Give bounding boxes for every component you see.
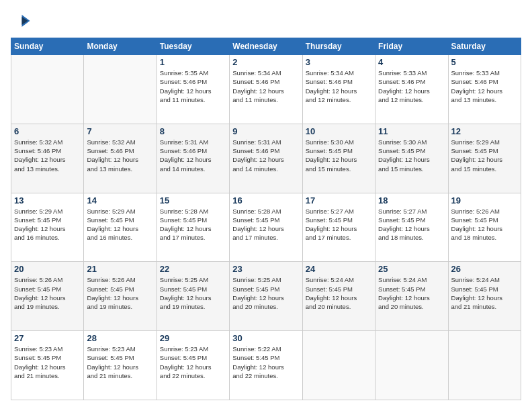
calendar-cell: [302, 331, 375, 400]
calendar-cell: 3Sunrise: 5:34 AM Sunset: 5:46 PM Daylig…: [302, 55, 375, 124]
day-detail: Sunrise: 5:29 AM Sunset: 5:45 PM Dayligh…: [14, 207, 81, 242]
calendar-cell: 22Sunrise: 5:25 AM Sunset: 5:45 PM Dayli…: [157, 262, 229, 331]
calendar-table: SundayMondayTuesdayWednesdayThursdayFrid…: [11, 38, 521, 400]
day-detail: Sunrise: 5:28 AM Sunset: 5:45 PM Dayligh…: [232, 207, 299, 242]
day-number: 12: [451, 126, 518, 136]
day-detail: Sunrise: 5:24 AM Sunset: 5:45 PM Dayligh…: [306, 275, 372, 311]
day-number: 19: [451, 195, 518, 205]
day-number: 3: [306, 57, 372, 67]
day-number: 16: [232, 195, 299, 205]
day-detail: Sunrise: 5:23 AM Sunset: 5:45 PM Dayligh…: [160, 345, 226, 380]
calendar-cell: 24Sunrise: 5:24 AM Sunset: 5:45 PM Dayli…: [302, 262, 375, 331]
day-detail: Sunrise: 5:32 AM Sunset: 5:46 PM Dayligh…: [87, 138, 153, 173]
day-detail: Sunrise: 5:31 AM Sunset: 5:46 PM Dayligh…: [160, 138, 226, 173]
calendar-cell: 11Sunrise: 5:30 AM Sunset: 5:45 PM Dayli…: [375, 124, 448, 193]
calendar-header-row: SundayMondayTuesdayWednesdayThursdayFrid…: [11, 38, 521, 55]
weekday-header: Tuesday: [157, 38, 229, 55]
day-detail: Sunrise: 5:26 AM Sunset: 5:45 PM Dayligh…: [87, 275, 153, 311]
page: SundayMondayTuesdayWednesdayThursdayFrid…: [0, 0, 532, 411]
calendar-cell: 30Sunrise: 5:22 AM Sunset: 5:45 PM Dayli…: [230, 331, 302, 400]
day-detail: Sunrise: 5:27 AM Sunset: 5:45 PM Dayligh…: [306, 207, 372, 242]
day-detail: Sunrise: 5:33 AM Sunset: 5:46 PM Dayligh…: [378, 68, 445, 104]
day-detail: Sunrise: 5:30 AM Sunset: 5:45 PM Dayligh…: [306, 138, 372, 173]
calendar-cell: [11, 55, 84, 124]
day-number: 21: [87, 264, 153, 274]
day-number: 5: [451, 57, 518, 67]
calendar-cell: 7Sunrise: 5:32 AM Sunset: 5:46 PM Daylig…: [84, 124, 157, 193]
day-number: 18: [378, 195, 445, 205]
day-detail: Sunrise: 5:27 AM Sunset: 5:45 PM Dayligh…: [378, 207, 445, 242]
header: [11, 11, 521, 31]
day-number: 13: [14, 195, 81, 205]
calendar-cell: [84, 55, 157, 124]
calendar-cell: 10Sunrise: 5:30 AM Sunset: 5:45 PM Dayli…: [302, 124, 375, 193]
calendar-week-row: 1Sunrise: 5:35 AM Sunset: 5:46 PM Daylig…: [11, 55, 521, 124]
day-number: 29: [160, 333, 226, 343]
calendar-week-row: 20Sunrise: 5:26 AM Sunset: 5:45 PM Dayli…: [11, 262, 521, 331]
day-detail: Sunrise: 5:29 AM Sunset: 5:45 PM Dayligh…: [87, 207, 153, 242]
day-number: 1: [160, 57, 226, 67]
calendar-cell: 2Sunrise: 5:34 AM Sunset: 5:46 PM Daylig…: [230, 55, 302, 124]
day-detail: Sunrise: 5:31 AM Sunset: 5:46 PM Dayligh…: [232, 138, 299, 173]
calendar-cell: 29Sunrise: 5:23 AM Sunset: 5:45 PM Dayli…: [157, 331, 229, 400]
calendar-week-row: 13Sunrise: 5:29 AM Sunset: 5:45 PM Dayli…: [11, 193, 521, 262]
calendar-cell: 1Sunrise: 5:35 AM Sunset: 5:46 PM Daylig…: [157, 55, 229, 124]
day-number: 24: [306, 264, 372, 274]
day-number: 6: [14, 126, 81, 136]
calendar-cell: [375, 331, 448, 400]
calendar-cell: [448, 331, 521, 400]
calendar-cell: 21Sunrise: 5:26 AM Sunset: 5:45 PM Dayli…: [84, 262, 157, 331]
day-detail: Sunrise: 5:33 AM Sunset: 5:46 PM Dayligh…: [451, 68, 518, 104]
day-detail: Sunrise: 5:30 AM Sunset: 5:45 PM Dayligh…: [378, 138, 445, 173]
day-detail: Sunrise: 5:35 AM Sunset: 5:46 PM Dayligh…: [160, 68, 226, 104]
day-detail: Sunrise: 5:29 AM Sunset: 5:45 PM Dayligh…: [451, 138, 518, 173]
weekday-header: Monday: [84, 38, 157, 55]
day-detail: Sunrise: 5:25 AM Sunset: 5:45 PM Dayligh…: [232, 275, 299, 311]
calendar-cell: 12Sunrise: 5:29 AM Sunset: 5:45 PM Dayli…: [448, 124, 521, 193]
calendar-week-row: 27Sunrise: 5:23 AM Sunset: 5:45 PM Dayli…: [11, 331, 521, 400]
weekday-header: Friday: [375, 38, 448, 55]
calendar-cell: 13Sunrise: 5:29 AM Sunset: 5:45 PM Dayli…: [11, 193, 84, 262]
weekday-header: Wednesday: [230, 38, 302, 55]
day-detail: Sunrise: 5:28 AM Sunset: 5:45 PM Dayligh…: [160, 207, 226, 242]
logo: [11, 11, 34, 31]
day-number: 26: [451, 264, 518, 274]
logo-icon: [11, 11, 31, 31]
day-detail: Sunrise: 5:26 AM Sunset: 5:45 PM Dayligh…: [451, 207, 518, 242]
calendar-cell: 15Sunrise: 5:28 AM Sunset: 5:45 PM Dayli…: [157, 193, 229, 262]
day-detail: Sunrise: 5:23 AM Sunset: 5:45 PM Dayligh…: [14, 345, 81, 380]
calendar-cell: 18Sunrise: 5:27 AM Sunset: 5:45 PM Dayli…: [375, 193, 448, 262]
weekday-header: Thursday: [302, 38, 375, 55]
calendar-cell: 25Sunrise: 5:24 AM Sunset: 5:45 PM Dayli…: [375, 262, 448, 331]
day-number: 14: [87, 195, 153, 205]
day-detail: Sunrise: 5:34 AM Sunset: 5:46 PM Dayligh…: [306, 68, 372, 104]
day-number: 10: [306, 126, 372, 136]
day-number: 27: [14, 333, 81, 343]
calendar-cell: 26Sunrise: 5:24 AM Sunset: 5:45 PM Dayli…: [448, 262, 521, 331]
day-number: 20: [14, 264, 81, 274]
day-detail: Sunrise: 5:25 AM Sunset: 5:45 PM Dayligh…: [160, 275, 226, 311]
day-number: 23: [232, 264, 299, 274]
day-detail: Sunrise: 5:22 AM Sunset: 5:45 PM Dayligh…: [232, 345, 299, 380]
calendar-cell: 19Sunrise: 5:26 AM Sunset: 5:45 PM Dayli…: [448, 193, 521, 262]
day-detail: Sunrise: 5:24 AM Sunset: 5:45 PM Dayligh…: [378, 275, 445, 311]
calendar-cell: 9Sunrise: 5:31 AM Sunset: 5:46 PM Daylig…: [230, 124, 302, 193]
day-number: 2: [232, 57, 299, 67]
calendar-cell: 17Sunrise: 5:27 AM Sunset: 5:45 PM Dayli…: [302, 193, 375, 262]
weekday-header: Saturday: [448, 38, 521, 55]
day-number: 9: [232, 126, 299, 136]
day-number: 8: [160, 126, 226, 136]
day-detail: Sunrise: 5:32 AM Sunset: 5:46 PM Dayligh…: [14, 138, 81, 173]
day-number: 7: [87, 126, 153, 136]
day-detail: Sunrise: 5:23 AM Sunset: 5:45 PM Dayligh…: [87, 345, 153, 380]
calendar-cell: 23Sunrise: 5:25 AM Sunset: 5:45 PM Dayli…: [230, 262, 302, 331]
day-number: 25: [378, 264, 445, 274]
day-number: 15: [160, 195, 226, 205]
calendar-week-row: 6Sunrise: 5:32 AM Sunset: 5:46 PM Daylig…: [11, 124, 521, 193]
calendar-cell: 6Sunrise: 5:32 AM Sunset: 5:46 PM Daylig…: [11, 124, 84, 193]
calendar-cell: 28Sunrise: 5:23 AM Sunset: 5:45 PM Dayli…: [84, 331, 157, 400]
day-number: 11: [378, 126, 445, 136]
day-detail: Sunrise: 5:26 AM Sunset: 5:45 PM Dayligh…: [14, 275, 81, 311]
day-detail: Sunrise: 5:34 AM Sunset: 5:46 PM Dayligh…: [232, 68, 299, 104]
calendar-cell: 14Sunrise: 5:29 AM Sunset: 5:45 PM Dayli…: [84, 193, 157, 262]
